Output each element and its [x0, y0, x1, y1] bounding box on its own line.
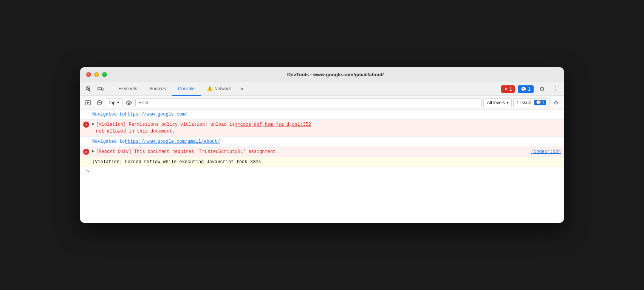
error-content-2: [Report Only] This document requires 'Tr…	[96, 148, 561, 155]
navigated-link-2[interactable]: https://www.google.com/gmail/about/	[125, 138, 220, 145]
tab-sources[interactable]: Sources	[143, 82, 172, 96]
svg-rect-3	[102, 88, 103, 90]
error-count-button[interactable]: ✕ 1	[501, 85, 515, 93]
tab-bar: Elements Sources Console ⚠️ Network » ✕ …	[80, 82, 564, 96]
message-icon-small: 💬	[536, 100, 541, 105]
window-title: DevTools - www.google.com/gmail/about/	[113, 72, 558, 77]
error-content-1: [Violation] Permissions policy violation…	[96, 121, 561, 135]
settings-button[interactable]: ⚙	[537, 84, 547, 94]
expand-arrow-2[interactable]: ▶	[92, 148, 94, 154]
error-source-link-1[interactable]: m=cdos,dpf,hsm,jsa,d,csi:352	[235, 121, 311, 128]
tab-elements[interactable]: Elements	[112, 82, 143, 96]
issues-button[interactable]: 1 Issue: 💬 1	[513, 98, 550, 107]
navigated-prefix-1: Navigated to	[92, 111, 125, 118]
navigated-link-1[interactable]: https://www.google.com/	[125, 111, 187, 118]
close-button[interactable]	[86, 72, 91, 77]
error-line-2: not allowed in this document.	[96, 128, 561, 135]
error-text-2: [Report Only] This document requires 'Tr…	[96, 148, 278, 155]
tab-console[interactable]: Console	[172, 82, 201, 96]
tab-network[interactable]: ⚠️ Network	[201, 82, 237, 96]
svg-marker-6	[87, 102, 89, 104]
console-row-navigated-2: Navigated to https://www.google.com/gmai…	[80, 137, 564, 147]
tab-more-button[interactable]: »	[237, 82, 246, 96]
prompt-symbol[interactable]: >	[86, 169, 89, 174]
log-levels-selector[interactable]: All levels ▾	[483, 98, 511, 107]
error-continuation-1: not allowed in this document.	[96, 129, 175, 134]
console-row-error-2: ✕ ▶ [Report Only] This document requires…	[80, 147, 564, 157]
filter-input[interactable]	[135, 98, 482, 107]
error-line-3: [Report Only] This document requires 'Tr…	[96, 148, 561, 155]
more-options-button[interactable]: ⋮	[550, 84, 561, 94]
error-icon: ✕	[504, 86, 508, 92]
issue-label: 1 Issue:	[517, 100, 533, 105]
console-row-error-1: ✕ ▶ [Violation] Permissions policy viola…	[80, 120, 564, 137]
message-icon: 💬	[521, 86, 526, 92]
devtools-window: DevTools - www.google.com/gmail/about/	[80, 67, 564, 223]
chevron-down-icon: ▾	[506, 100, 508, 105]
title-bar: DevTools - www.google.com/gmail/about/	[80, 67, 564, 82]
navigated-prefix-2: Navigated to	[92, 138, 125, 145]
console-toolbar: top ▾ All levels ▾ 1 Issue:	[80, 96, 564, 110]
chevron-down-icon: ▾	[117, 100, 119, 105]
error-text-1: [Violation] Permissions policy violation…	[96, 121, 235, 128]
svg-rect-2	[98, 87, 101, 90]
error-icon-1: ✕	[83, 122, 89, 128]
svg-point-9	[128, 102, 130, 103]
clear-console-button[interactable]	[94, 98, 104, 108]
console-output: Navigated to https://www.google.com/ ✕ ▶…	[80, 110, 564, 223]
devtools-toolbar-icons	[83, 84, 109, 94]
watch-expressions-button[interactable]	[124, 98, 134, 108]
context-label: top	[109, 100, 116, 105]
error-icon-2: ✕	[83, 149, 89, 155]
expand-arrow-1[interactable]: ▶	[92, 121, 94, 127]
traffic-lights	[86, 72, 107, 77]
levels-label: All levels	[487, 100, 505, 105]
error-source-link-2[interactable]: (index):134	[531, 148, 561, 155]
console-prompt-row: >	[80, 167, 564, 176]
minimize-button[interactable]	[94, 72, 99, 77]
devtools-panel: Elements Sources Console ⚠️ Network » ✕ …	[80, 82, 564, 223]
console-settings-button[interactable]: ⚙	[551, 98, 561, 108]
inspect-element-button[interactable]	[83, 84, 94, 94]
console-row-navigated-1: Navigated to https://www.google.com/	[80, 110, 564, 120]
error-line-1: [Violation] Permissions policy violation…	[96, 121, 561, 128]
issue-badge: 💬 1	[534, 100, 546, 105]
warning-text-1: [Violation] Forced reflow while executin…	[92, 159, 261, 165]
device-toolbar-button[interactable]	[95, 84, 106, 94]
context-selector[interactable]: top ▾	[106, 98, 122, 107]
network-warning-icon: ⚠️	[207, 86, 213, 91]
maximize-button[interactable]	[102, 72, 107, 77]
console-row-warning-1: [Violation] Forced reflow while executin…	[80, 157, 564, 167]
tab-bar-right: ✕ 1 💬 1 ⚙ ⋮	[501, 84, 561, 94]
message-count-button[interactable]: 💬 1	[518, 85, 534, 93]
run-script-button[interactable]	[83, 98, 93, 108]
